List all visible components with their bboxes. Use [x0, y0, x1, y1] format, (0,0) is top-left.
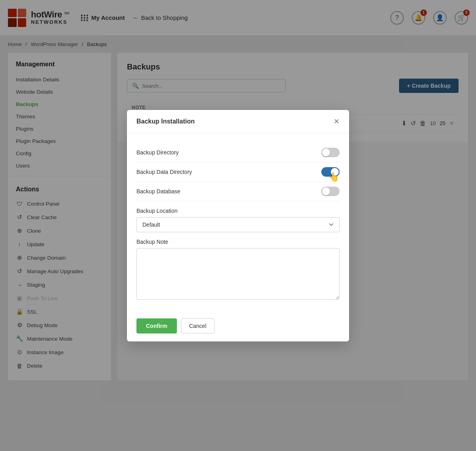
confirm-button[interactable]: Confirm: [136, 318, 177, 333]
backup-directory-knob: [322, 148, 330, 156]
backup-database-label: Backup Database: [136, 188, 180, 195]
backup-database-knob: [322, 187, 330, 195]
backup-database-row: Backup Database: [136, 182, 340, 201]
backup-data-directory-knob: [331, 168, 339, 176]
backup-data-directory-label: Backup Data Directory: [136, 169, 192, 175]
backup-location-select[interactable]: Default Remote Local: [136, 217, 340, 232]
modal-title: Backup Installation: [136, 118, 195, 125]
backup-database-toggle[interactable]: [321, 187, 340, 196]
backup-directory-row: Backup Directory: [136, 143, 340, 162]
modal-body: Backup Directory Backup Data Directory 👆…: [127, 133, 349, 310]
modal-overlay[interactable]: Backup Installation ✕ Backup Directory B…: [0, 0, 476, 388]
cancel-button[interactable]: Cancel: [181, 318, 215, 333]
backup-data-directory-toggle[interactable]: 👆: [321, 167, 340, 177]
backup-note-textarea[interactable]: [136, 248, 340, 300]
modal-footer: Confirm Cancel: [127, 310, 349, 341]
modal-close-button[interactable]: ✕: [334, 118, 340, 125]
modal-header: Backup Installation ✕: [127, 110, 349, 133]
backup-installation-modal: Backup Installation ✕ Backup Directory B…: [127, 110, 349, 341]
backup-note-label: Backup Note: [136, 239, 340, 245]
backup-directory-label: Backup Directory: [136, 149, 179, 156]
backup-directory-toggle[interactable]: [321, 148, 340, 157]
backup-data-directory-row: Backup Data Directory 👆: [136, 162, 340, 182]
backup-location-label: Backup Location: [136, 208, 340, 214]
